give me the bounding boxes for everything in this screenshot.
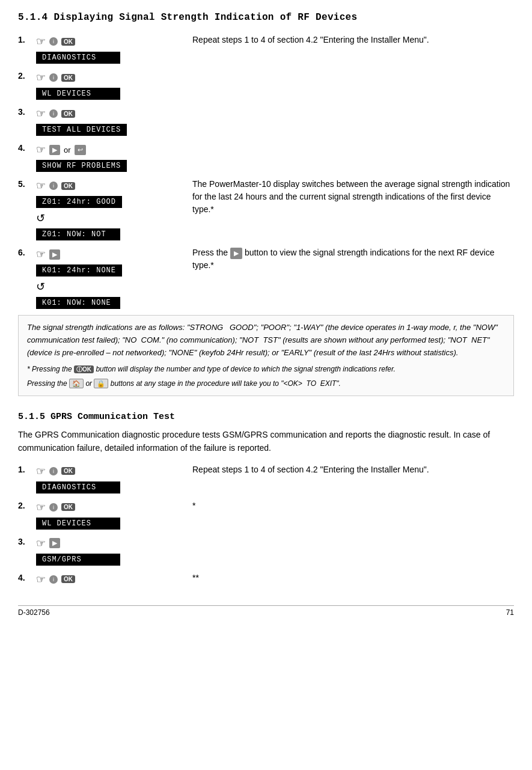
step-4-left: ☞ ▶ or ↩ SHOW RF PROBLEMS (36, 142, 180, 172)
step-6-num: 6. (18, 248, 36, 257)
note-text-main: The signal strength indications are as f… (27, 322, 505, 359)
arrow-right-icon-515-3[interactable]: ▶ (49, 538, 60, 548)
step-4-button-row: ☞ ▶ or ↩ (36, 143, 86, 156)
step-515-1-left: ☞ i OK DIAGNOSTICS (36, 463, 180, 493)
step-1: 1. ☞ i OK DIAGNOSTICS Repeat steps 1 to … (18, 34, 514, 64)
step-6: 6. ☞ ▶ K01: 24hr: NONE ↺ K01: NOW: NONE … (18, 246, 514, 309)
lcd-wl-devices: WL DEVICES (36, 88, 120, 100)
step-2-num: 2. (18, 71, 36, 81)
step-515-3-left: ☞ ▶ GSM/GPRS (36, 536, 180, 566)
lcd-k01-now-none: K01: NOW: NONE (36, 297, 120, 309)
step-515-1-num: 1. (18, 465, 36, 474)
section-514-title: 5.1.4 Displaying Signal Strength Indicat… (18, 12, 514, 23)
step-1-button-row: ☞ i OK (36, 35, 75, 48)
note-star2: Pressing the 🏠 or 🔒 buttons at any stage… (27, 378, 505, 390)
step-515-2: 2. ☞ i OK WL DEVICES * (18, 500, 514, 530)
step-3: 3. ☞ i OK TEST ALL DEVICES (18, 106, 514, 136)
hand-icon-515-2: ☞ (36, 501, 46, 514)
step-515-1-desc: Repeat steps 1 to 4 of section 4.2 "Ente… (180, 463, 514, 476)
ok-button-3[interactable]: OK (61, 110, 75, 118)
step-515-4-note: ** (180, 572, 514, 584)
hand-icon-2: ☞ (36, 71, 46, 84)
step-3-num: 3. (18, 107, 36, 117)
refresh-icon-6: ↺ (36, 280, 45, 293)
step-6-text-part1: Press the (192, 248, 230, 257)
info-icon-515-2: i (49, 503, 58, 512)
ok-button-5[interactable]: OK (61, 182, 75, 190)
step-515-4: 4. ☞ i OK ** (18, 572, 514, 587)
note-star1: * Pressing the ⓘOK button will display t… (27, 364, 505, 375)
info-icon-515-1: i (49, 467, 58, 475)
lcd-gsm-gprs: GSM/GPRS (36, 554, 120, 566)
step-1-num: 1. (18, 35, 36, 44)
hand-icon-515-4: ☞ (36, 573, 46, 586)
step-1-left: ☞ i OK DIAGNOSTICS (36, 34, 180, 64)
step-2: 2. ☞ i OK WL DEVICES (18, 70, 514, 100)
arrow-left-icon-4[interactable]: ↩ (75, 145, 86, 155)
lcd-test-all-devices: TEST ALL DEVICES (36, 124, 127, 136)
arrow-right-inline-icon[interactable]: ▶ (230, 248, 242, 259)
step-515-1: 1. ☞ i OK DIAGNOSTICS Repeat steps 1 to … (18, 463, 514, 493)
hand-icon-515-3: ☞ (36, 537, 46, 550)
footer-left: D-302756 (18, 608, 50, 617)
step-5-left: ☞ i OK Z01: 24hr: GOOD ↺ Z01: NOW: NOT (36, 178, 180, 240)
refresh-icon-5: ↺ (36, 212, 45, 225)
ok-button[interactable]: OK (61, 38, 75, 46)
hand-icon-4: ☞ (36, 143, 46, 156)
note-box-514: The signal strength indications are as f… (18, 315, 514, 396)
step-515-2-note: * (180, 500, 514, 512)
or-label-4: or (64, 145, 71, 154)
info-icon-515-4: i (49, 575, 58, 584)
ok-button-515-1[interactable]: OK (61, 467, 75, 475)
lcd-show-rf-problems: SHOW RF PROBLEMS (36, 160, 127, 172)
step-5: 5. ☞ i OK Z01: 24hr: GOOD ↺ Z01: NOW: NO… (18, 178, 514, 240)
arrow-right-icon-6[interactable]: ▶ (49, 249, 60, 260)
step-515-3-button-row: ☞ ▶ (36, 537, 60, 550)
step-3-button-row: ☞ i OK (36, 107, 75, 120)
section-515-title: 5.1.5 GPRS Communication Test (18, 412, 514, 422)
hand-icon-5: ☞ (36, 179, 46, 192)
footer-right: 71 (506, 608, 514, 617)
footer: D-302756 71 (18, 605, 514, 617)
gprs-intro: The GPRS Communication diagnostic proced… (18, 428, 514, 455)
step-6-left: ☞ ▶ K01: 24hr: NONE ↺ K01: NOW: NONE (36, 246, 180, 309)
step-5-button-row: ☞ i OK (36, 179, 75, 192)
lcd-z01-24hr-good: Z01: 24hr: GOOD (36, 196, 122, 208)
ok-button-515-4[interactable]: OK (61, 575, 75, 583)
lcd-z01-now-not: Z01: NOW: NOT (36, 228, 120, 240)
step-5-desc: The PowerMaster-10 display switches betw… (180, 178, 514, 216)
step-515-3: 3. ☞ ▶ GSM/GPRS (18, 536, 514, 566)
step-2-left: ☞ i OK WL DEVICES (36, 70, 180, 100)
step-515-4-num: 4. (18, 573, 36, 582)
step-515-4-button-row: ☞ i OK (36, 573, 75, 586)
step-515-4-left: ☞ i OK (36, 572, 180, 587)
step-3-left: ☞ i OK TEST ALL DEVICES (36, 106, 180, 136)
info-icon-3: i (49, 109, 58, 118)
arrow-right-icon-4[interactable]: ▶ (49, 145, 60, 155)
lcd-diagnostics-1: DIAGNOSTICS (36, 52, 120, 64)
step-4: 4. ☞ ▶ or ↩ SHOW RF PROBLEMS (18, 142, 514, 172)
step-1-desc: Repeat steps 1 to 4 of section 4.2 "Ente… (180, 34, 514, 46)
hand-icon: ☞ (36, 35, 46, 48)
info-icon-2: i (49, 73, 58, 82)
ok-button-2[interactable]: OK (61, 74, 75, 82)
step-515-1-button-row: ☞ i OK (36, 465, 75, 478)
step-6-desc: Press the ▶ button to view the signal st… (180, 246, 514, 272)
info-icon-5: i (49, 182, 58, 190)
step-6-button-row: ☞ ▶ (36, 248, 60, 261)
step-515-2-button-row: ☞ i OK (36, 501, 75, 514)
hand-icon-6: ☞ (36, 248, 46, 261)
step-4-num: 4. (18, 143, 36, 153)
ok-button-515-2[interactable]: OK (61, 503, 75, 511)
lcd-wl-devices-515: WL DEVICES (36, 518, 120, 530)
step-515-3-num: 3. (18, 537, 36, 546)
hand-icon-515-1: ☞ (36, 465, 46, 478)
step-515-2-num: 2. (18, 501, 36, 510)
lcd-k01-24hr-none: K01: 24hr: NONE (36, 264, 122, 277)
info-icon: i (49, 37, 58, 46)
step-515-2-left: ☞ i OK WL DEVICES (36, 500, 180, 530)
step-2-button-row: ☞ i OK (36, 71, 75, 84)
step-5-num: 5. (18, 179, 36, 189)
hand-icon-3: ☞ (36, 107, 46, 120)
lcd-diagnostics-515: DIAGNOSTICS (36, 481, 120, 493)
